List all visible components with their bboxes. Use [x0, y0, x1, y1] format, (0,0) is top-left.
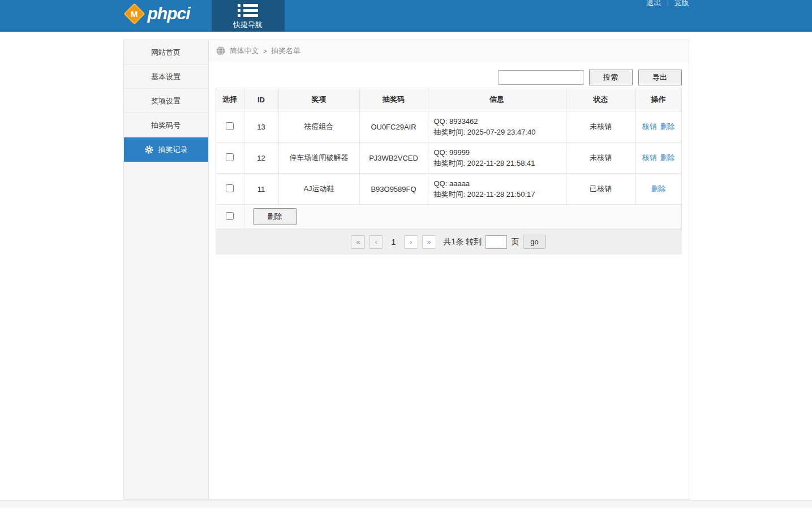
quick-nav-tab[interactable]: 快捷导航	[212, 0, 285, 32]
first-page-button[interactable]: «	[351, 235, 365, 249]
sidebar-item-basic-settings[interactable]: 基本设置	[124, 64, 208, 89]
info-qq: QQ: 99999	[434, 147, 560, 158]
col-header-info: 信息	[428, 88, 566, 111]
gear-icon	[144, 145, 154, 154]
row-checkbox[interactable]	[226, 153, 234, 161]
cell-code: OU0FC29AIR	[359, 111, 428, 143]
table-row: 11 AJ运动鞋 B93O9589FQ QQ: aaaaa 抽奖时间: 2022…	[216, 174, 681, 205]
current-page-number: 1	[387, 237, 399, 247]
sidebar: 网站首页 基本设置 奖项设置 抽奖码号 抽奖记录	[124, 40, 209, 499]
col-header-id: ID	[244, 88, 278, 111]
logo-diamond-icon: M	[123, 3, 145, 24]
sidebar-item-prize-settings[interactable]: 奖项设置	[124, 89, 208, 113]
select-all-checkbox[interactable]	[226, 212, 234, 220]
delete-link[interactable]: 删除	[660, 122, 675, 131]
cell-prize: AJ运动鞋	[278, 174, 359, 205]
sidebar-item-home[interactable]: 网站首页	[124, 40, 208, 64]
table-row: 12 停车场道闸破解器 PJ3WB2VCED QQ: 99999 抽奖时间: 2…	[216, 143, 681, 174]
row-checkbox[interactable]	[226, 184, 234, 192]
cell-prize: 祛痘组合	[278, 111, 359, 143]
delete-link[interactable]: 删除	[651, 184, 666, 193]
info-qq: QQ: 8933462	[434, 116, 560, 127]
verify-link[interactable]: 核销	[642, 153, 657, 162]
cell-status: 未核销	[566, 111, 635, 143]
verify-link[interactable]: 核销	[642, 122, 657, 131]
col-header-status: 状态	[566, 88, 635, 111]
pagination-summary: 共1条 转到	[444, 237, 482, 247]
delete-link[interactable]: 删除	[660, 153, 675, 162]
records-table: 选择 ID 奖项 抽奖码 信息 状态 操作 13 祛痘组合 OU0FC29AI	[216, 88, 682, 229]
globe-icon	[216, 46, 226, 56]
cell-info: QQ: 8933462 抽奖时间: 2025-07-29 23:47:40	[428, 111, 566, 143]
col-header-select: 选择	[216, 88, 244, 111]
bulk-delete-button[interactable]: 删除	[253, 208, 297, 225]
search-input[interactable]	[499, 70, 583, 85]
logo-badge-letter: M	[131, 9, 138, 19]
cell-id: 11	[244, 174, 278, 205]
bulk-action-row: 删除	[216, 205, 681, 229]
cell-code: PJ3WB2VCED	[359, 143, 428, 174]
toolbar: 搜索 导出	[209, 62, 689, 88]
page-unit-label: 页	[511, 237, 519, 247]
row-checkbox[interactable]	[226, 122, 234, 130]
cell-prize: 停车场道闸破解器	[278, 143, 359, 174]
breadcrumb-current-page: 抽奖名单	[271, 46, 300, 56]
table-row: 13 祛痘组合 OU0FC29AIR QQ: 8933462 抽奖时间: 202…	[216, 111, 681, 143]
pagination-bar: « ‹ 1 › » 共1条 转到 页 go	[216, 229, 682, 255]
logo-text: phpci	[148, 4, 190, 23]
breadcrumb: 简体中文 > 抽奖名单	[209, 40, 689, 62]
cell-info: QQ: 99999 抽奖时间: 2022-11-28 21:58:41	[428, 143, 566, 174]
info-time: 抽奖时间: 2022-11-28 21:50:17	[434, 189, 560, 200]
quick-nav-label: 快捷导航	[212, 20, 285, 30]
prev-page-button[interactable]: ‹	[369, 235, 383, 249]
top-header-bar: M phpci 快捷导航 退出 | 宽版	[0, 0, 812, 32]
info-time: 抽奖时间: 2025-07-29 23:47:40	[434, 127, 560, 137]
info-qq: QQ: aaaaa	[434, 178, 560, 189]
main-panel: 简体中文 > 抽奖名单 搜索 导出 选择 ID 奖项 抽奖码	[209, 40, 689, 499]
sidebar-item-lottery-codes[interactable]: 抽奖码号	[124, 113, 208, 137]
list-icon	[238, 4, 258, 17]
page-bottom-strip	[0, 500, 812, 508]
cell-id: 12	[244, 143, 278, 174]
app-logo: M phpci	[127, 4, 190, 23]
cell-info: QQ: aaaaa 抽奖时间: 2022-11-28 21:50:17	[428, 174, 566, 205]
page-number-input[interactable]	[486, 235, 507, 249]
sidebar-item-label: 抽奖记录	[158, 137, 188, 162]
breadcrumb-separator: >	[263, 47, 268, 55]
col-header-code: 抽奖码	[359, 88, 428, 111]
col-header-action: 操作	[635, 88, 681, 111]
cell-actions: 核销删除	[635, 111, 681, 143]
cell-code: B93O9589FQ	[359, 174, 428, 205]
logout-link[interactable]: 退出	[646, 0, 661, 8]
cell-id: 13	[244, 111, 278, 143]
content-wrapper: 网站首页 基本设置 奖项设置 抽奖码号 抽奖记录 简体中文 > 抽奖名单 搜索	[123, 40, 689, 500]
top-link-separator: |	[667, 0, 668, 6]
cell-actions: 核销删除	[635, 143, 681, 174]
sidebar-item-lottery-records[interactable]: 抽奖记录	[124, 137, 208, 162]
table-header-row: 选择 ID 奖项 抽奖码 信息 状态 操作	[216, 88, 681, 111]
cell-status: 已核销	[566, 174, 635, 205]
last-page-button[interactable]: »	[422, 235, 436, 249]
cell-status: 未核销	[566, 143, 635, 174]
info-time: 抽奖时间: 2022-11-28 21:58:41	[434, 158, 560, 169]
go-button[interactable]: go	[523, 235, 545, 249]
search-button[interactable]: 搜索	[589, 70, 633, 85]
wide-mode-link[interactable]: 宽版	[674, 0, 689, 8]
breadcrumb-language[interactable]: 简体中文	[230, 46, 259, 56]
next-page-button[interactable]: ›	[404, 235, 418, 249]
col-header-prize: 奖项	[278, 88, 359, 111]
export-button[interactable]: 导出	[638, 70, 682, 85]
records-table-wrap: 选择 ID 奖项 抽奖码 信息 状态 操作 13 祛痘组合 OU0FC29AI	[216, 88, 682, 255]
cell-actions: 删除	[635, 174, 681, 205]
